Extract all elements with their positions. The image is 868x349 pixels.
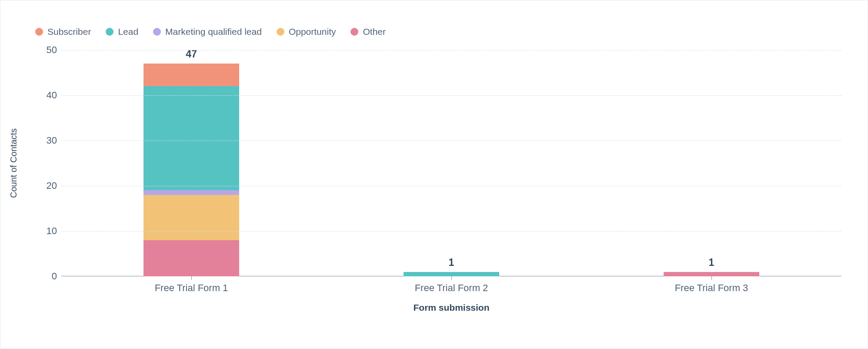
y-tick-label: 50 (31, 44, 57, 56)
grid-line (61, 141, 841, 141)
y-axis: 01020304050 (27, 50, 61, 276)
bar-segment[interactable] (144, 240, 239, 276)
legend-label: Subscriber (47, 27, 91, 37)
legend: SubscriberLeadMarketing qualified leadOp… (35, 27, 841, 37)
legend-swatch (153, 28, 161, 36)
y-tick-label: 30 (31, 135, 57, 146)
x-tick-mark (711, 276, 712, 280)
legend-swatch (106, 28, 114, 36)
y-tick-label: 10 (31, 225, 57, 237)
legend-label: Marketing qualified lead (165, 27, 262, 37)
bar-segment[interactable] (144, 86, 239, 190)
grid-line (61, 186, 841, 186)
bar-segment[interactable] (404, 272, 499, 276)
x-tick-mark (191, 276, 192, 280)
y-tick-label: 40 (31, 90, 57, 101)
bar-stack[interactable]: 1 (664, 272, 759, 276)
chart-area: Count of Contacts 01020304050 4711 (27, 50, 841, 276)
x-tick-label: Free Trial Form 1 (61, 282, 321, 294)
x-axis-label: Form submission (61, 302, 841, 313)
chart-card: SubscriberLeadMarketing qualified leadOp… (0, 0, 868, 349)
bar-segment[interactable] (664, 272, 759, 276)
legend-label: Other (363, 27, 386, 37)
legend-item[interactable]: Subscriber (35, 27, 91, 37)
bar-segment[interactable] (144, 195, 239, 240)
legend-item[interactable]: Lead (106, 27, 138, 37)
legend-swatch (35, 28, 43, 36)
grid-line (61, 50, 841, 50)
legend-item[interactable]: Other (351, 27, 386, 37)
bar-group: 1 (321, 50, 581, 276)
bar-group: 47 (61, 50, 321, 276)
x-tick-label: Free Trial Form 2 (321, 282, 581, 294)
x-tick-label: Free Trial Form 3 (581, 282, 841, 294)
bar-segment[interactable] (144, 190, 239, 195)
grid-line (61, 231, 841, 232)
legend-label: Opportunity (289, 27, 336, 37)
y-axis-label: Count of Contacts (9, 128, 19, 198)
bar-group: 1 (581, 50, 841, 276)
bars-container: 4711 (61, 50, 841, 276)
grid-line (61, 95, 841, 96)
bar-total-label: 1 (449, 257, 454, 268)
plot-area: 4711 (61, 50, 841, 276)
bar-segment[interactable] (144, 64, 239, 86)
y-tick-label: 20 (31, 180, 57, 191)
legend-item[interactable]: Marketing qualified lead (153, 27, 262, 37)
x-tick-row: Free Trial Form 1Free Trial Form 2Free T… (61, 282, 841, 294)
y-tick-label: 0 (31, 271, 57, 282)
x-tick-mark (451, 276, 452, 280)
legend-item[interactable]: Opportunity (277, 27, 336, 37)
bar-total-label: 1 (709, 257, 714, 268)
legend-swatch (277, 28, 284, 36)
legend-label: Lead (118, 27, 138, 37)
legend-swatch (351, 28, 358, 36)
bar-stack[interactable]: 1 (404, 272, 499, 276)
